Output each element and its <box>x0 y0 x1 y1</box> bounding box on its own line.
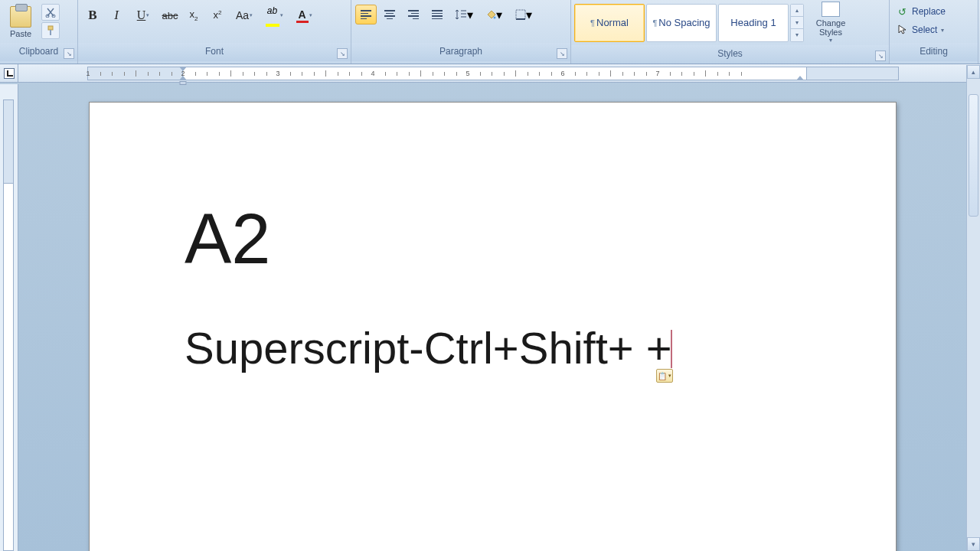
group-label-font: Font ↘ <box>78 43 351 61</box>
style-no-spacing-label: No Spacing <box>658 17 710 28</box>
change-styles-icon <box>822 2 840 17</box>
style-heading-1[interactable]: Heading 1 <box>718 4 789 42</box>
ruler-tick: 3 <box>276 70 279 77</box>
svg-rect-2 <box>48 26 53 30</box>
brush-icon <box>45 25 56 36</box>
replace-icon: ↺ <box>896 5 908 18</box>
paste-button[interactable]: Paste <box>3 2 38 41</box>
bold-button[interactable]: B <box>82 5 103 26</box>
align-right-button[interactable] <box>403 5 424 24</box>
text-line-2: Superscript-Ctrl+Shift+ + <box>185 322 804 373</box>
paragraph-label-text: Paragraph <box>439 46 482 57</box>
group-styles: ¶Normal ¶No Spacing Heading 1 ▴▾▾ Change… <box>571 0 890 64</box>
ruler-tick: 7 <box>655 70 659 77</box>
paragraph-launcher[interactable]: ↘ <box>557 48 567 59</box>
cut-button[interactable] <box>41 4 60 21</box>
align-center-icon <box>384 10 395 19</box>
font-label-text: Font <box>205 46 224 57</box>
align-left-icon <box>361 10 371 19</box>
svg-rect-5 <box>516 10 525 19</box>
text-line-1: A2 <box>185 202 804 276</box>
change-styles-label: Change Styles <box>808 18 853 37</box>
font-launcher[interactable]: ↘ <box>337 48 348 59</box>
style-gallery-scroll[interactable]: ▴▾▾ <box>790 4 804 42</box>
group-paragraph: ▾ ▾ ▾ Paragraph ↘ <box>351 0 571 64</box>
horizontal-ruler[interactable]: 1234567 <box>87 67 899 80</box>
borders-button[interactable]: ▾ <box>510 5 537 24</box>
line-spacing-icon <box>455 8 467 21</box>
page[interactable]: A2 Superscript-Ctrl+Shift+ + 📋 <box>89 102 897 551</box>
align-center-button[interactable] <box>379 5 400 24</box>
scroll-thumb[interactable] <box>969 94 978 217</box>
editing-label-text: Editing <box>920 46 948 57</box>
bucket-icon <box>485 9 496 20</box>
justify-icon <box>432 10 443 19</box>
styles-label-text: Styles <box>717 48 743 59</box>
group-clipboard: Paste Clipboard ↘ <box>0 0 78 64</box>
style-normal-label: Normal <box>596 17 629 28</box>
vertical-ruler[interactable] <box>0 84 18 551</box>
bold-icon: B <box>88 8 96 23</box>
superscript-button[interactable]: x2 <box>207 5 228 26</box>
group-font: B I U▾ abc x2 x2 Aa▾ ab▾ A▾ Font ↘ <box>78 0 351 64</box>
style-no-spacing[interactable]: ¶No Spacing <box>646 4 717 42</box>
ruler-tick: 6 <box>560 70 564 77</box>
scroll-up-button[interactable]: ▴ <box>967 65 980 79</box>
paste-options-icon: 📋 <box>658 372 667 380</box>
underline-icon: U <box>137 8 146 22</box>
vertical-scrollbar[interactable]: ▴ ▾ <box>966 65 980 551</box>
style-gallery: ¶Normal ¶No Spacing Heading 1 ▴▾▾ <box>574 4 804 42</box>
superscript-icon: x2 <box>214 9 222 21</box>
replace-label: Replace <box>912 6 946 17</box>
select-label: Select <box>912 24 937 35</box>
shading-button[interactable]: ▾ <box>480 5 508 24</box>
scroll-down-button[interactable]: ▾ <box>967 537 980 551</box>
italic-button[interactable]: I <box>106 5 127 26</box>
ribbon: Paste Clipboard ↘ B I U▾ abc <box>0 0 980 64</box>
paste-label: Paste <box>10 29 31 38</box>
align-left-button[interactable] <box>355 5 377 24</box>
right-indent[interactable] <box>796 76 804 80</box>
document-content[interactable]: A2 Superscript-Ctrl+Shift+ + 📋 <box>185 202 804 373</box>
clipboard-label-text: Clipboard <box>19 46 58 57</box>
paste-options-button[interactable]: 📋 <box>656 369 673 383</box>
align-right-icon <box>408 10 419 19</box>
replace-button[interactable]: ↺ Replace <box>893 4 949 19</box>
styles-launcher[interactable]: ↘ <box>875 51 886 61</box>
case-icon: Aa <box>236 9 249 21</box>
paste-icon <box>10 6 31 28</box>
justify-button[interactable] <box>426 5 448 24</box>
change-styles-button[interactable]: Change Styles ▾ <box>808 2 853 44</box>
group-label-clipboard: Clipboard ↘ <box>0 43 77 61</box>
italic-icon: I <box>114 8 119 23</box>
tab-selector[interactable] <box>0 64 18 83</box>
highlight-button[interactable]: ab▾ <box>260 5 288 26</box>
change-case-button[interactable]: Aa▾ <box>230 5 258 26</box>
subscript-button[interactable]: x2 <box>183 5 204 26</box>
select-button[interactable]: Select ▾ <box>893 22 947 37</box>
ruler-tick: 5 <box>466 70 469 77</box>
group-editing: ↺ Replace Select ▾ Editing <box>890 0 978 64</box>
font-color-button[interactable]: A▾ <box>290 5 318 26</box>
cursor-icon <box>896 24 908 36</box>
ruler-bar: 1234567 <box>0 64 980 83</box>
strike-icon: abc <box>162 10 178 21</box>
highlight-icon: ab <box>267 5 277 16</box>
ruler-tick: 2 <box>181 70 185 77</box>
style-heading-1-label: Heading 1 <box>730 17 776 28</box>
style-normal[interactable]: ¶Normal <box>574 4 645 42</box>
line-spacing-button[interactable]: ▾ <box>450 5 478 24</box>
subscript-icon: x2 <box>190 8 198 22</box>
ruler-tick: 1 <box>86 70 90 77</box>
underline-button[interactable]: U▾ <box>129 5 157 26</box>
clipboard-launcher[interactable]: ↘ <box>64 48 74 59</box>
group-label-editing: Editing <box>890 43 978 61</box>
svg-rect-3 <box>50 30 51 35</box>
borders-icon <box>515 9 526 20</box>
cut-icon <box>45 7 56 18</box>
group-label-styles: Styles ↘ <box>571 45 889 64</box>
format-painter-button[interactable] <box>41 22 60 39</box>
ruler-tick: 4 <box>371 70 374 77</box>
strikethrough-button[interactable]: abc <box>159 5 181 26</box>
document-area: A2 Superscript-Ctrl+Shift+ + 📋 <box>0 84 980 551</box>
